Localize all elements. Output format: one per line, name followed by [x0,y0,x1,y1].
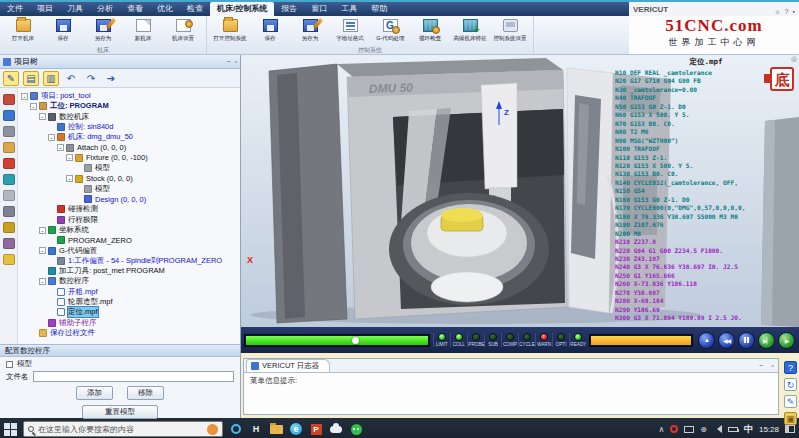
ribbon-button-循环检查[interactable]: 循环检查 [410,17,450,46]
onedrive-icon[interactable] [329,422,343,436]
open-folder-icon[interactable] [3,142,15,153]
ribbon-button-字地址格式[interactable]: 字地址格式 [330,17,370,46]
titlebar-icon-1[interactable]: ? [785,8,789,15]
table-icon[interactable]: ▤ [23,71,39,86]
save-folder-icon[interactable] [3,254,15,265]
tree-node[interactable]: 模型 [21,184,240,194]
menu-tab-查看[interactable]: 查看 [120,2,150,16]
tree-expand-toggle[interactable]: - [48,134,55,141]
tray-expand-icon[interactable]: ∧ [658,425,664,434]
step-button[interactable]: ▶▏ [758,332,775,349]
battery-icon[interactable] [728,427,738,432]
tree-node[interactable]: 行程极限 [21,215,240,225]
titlebar-icon-0[interactable]: ☼ [774,8,780,15]
speed-slider-track[interactable] [244,334,430,347]
monitor-icon[interactable] [3,110,15,121]
speed-slider-handle[interactable] [352,337,359,344]
tree-node[interactable]: -数控机床 [21,112,240,122]
tree-node[interactable]: 控制: sin840d [21,122,240,132]
reset-button[interactable]: ▲ [698,332,715,349]
tree-node[interactable]: 辅助子程序 [21,318,240,328]
tree-node[interactable]: 开粗.mpf [21,287,240,297]
measure-icon[interactable] [3,174,15,185]
ribbon-button-G-代码处理[interactable]: G-代码处理 [370,17,410,46]
menu-tab-机床/控制系统[interactable]: 机床/控制系统 [210,2,274,16]
menu-tab-报告[interactable]: 报告 [274,2,304,16]
menu-tab-窗口[interactable]: 窗口 [304,2,334,16]
camera-icon[interactable] [3,126,15,137]
titlebar-icon-2[interactable]: ▪ [793,8,795,15]
alert-folder-icon[interactable] [3,158,15,169]
tree-node[interactable]: 模型 [21,163,240,173]
ribbon-button-打开控制系统[interactable]: 打开控制系统 [210,17,250,46]
export-icon[interactable]: ➔ [103,71,119,86]
file-explorer-icon[interactable] [269,422,283,436]
edit-icon[interactable]: ✎ [3,71,19,86]
tree-node[interactable]: 加工刀具: post_met PROGRAM [21,266,240,276]
tree-node[interactable]: Design (0, 0, 0) [21,194,240,204]
view-target-icon[interactable]: ◎ [791,55,797,63]
menu-tab-项目[interactable]: 项目 [30,2,60,16]
ribbon-button-另存为[interactable]: 另存为 [290,17,330,46]
ribbon-button-机床设置[interactable]: 机床设置 [163,17,203,46]
tree-node[interactable]: -G-代码偏置 [21,245,240,255]
tree-node[interactable]: 轮廓造型.mpf [21,297,240,307]
menu-tab-优化[interactable]: 优化 [150,2,180,16]
tree-node[interactable]: 保存过程文件 [21,328,240,338]
filename-input[interactable] [33,371,235,382]
edit-file-icon[interactable]: ▣ [784,412,797,425]
menu-tab-帮助[interactable]: 帮助 [364,2,394,16]
tree-node[interactable]: 定位.mpf [21,307,240,317]
tree-node[interactable]: -工位: PROGRAM [21,101,240,111]
model-checkbox[interactable] [6,361,13,368]
tree-expand-toggle[interactable]: - [39,113,46,120]
volume-icon[interactable] [713,425,722,433]
undo-icon[interactable]: ↶ [63,71,79,86]
ime-indicator[interactable]: 中 [744,423,753,436]
network-icon[interactable]: ⊕ [700,425,707,434]
stats-icon[interactable]: ▥ [43,71,59,86]
add-button[interactable]: 添加 [76,386,113,400]
record-tray-icon[interactable] [670,425,678,433]
wechat-icon[interactable] [349,422,363,436]
ribbon-button-打开机床[interactable]: 打开机床 [3,17,43,46]
refresh-icon[interactable]: ↻ [784,378,797,391]
start-button[interactable] [4,423,17,436]
tree-expand-toggle[interactable]: - [39,278,46,285]
ribbon-button-保存[interactable]: 保存 [250,17,290,46]
redo-icon[interactable]: ↷ [83,71,99,86]
remove-button[interactable]: 移除 [127,386,164,400]
tree-expand-toggle[interactable]: - [66,154,73,161]
tree-node[interactable]: -Stock (0, 0, 0) [21,173,240,183]
tree-node[interactable]: -数控程序 [21,276,240,286]
tree-expand-toggle[interactable]: - [39,247,46,254]
tree-expand-toggle[interactable]: - [66,175,73,182]
edge-browser-icon[interactable]: e [289,422,303,436]
menu-tab-检查[interactable]: 检查 [180,2,210,16]
tree-expand-toggle[interactable]: - [30,103,37,110]
tree-node[interactable]: 1:工作偏置 - 54 - Spindle到PROGRAM_ZERO [21,256,240,266]
panel-minimize-button[interactable]: − [226,58,230,65]
tree-expand-toggle[interactable]: - [39,227,46,234]
logger-restore-button[interactable]: ▫ [772,362,774,369]
display-tray-icon[interactable] [684,426,694,433]
pause-button[interactable] [738,332,755,349]
taskbar-search[interactable]: 在这里输入你要搜索的内容 [23,421,223,437]
rewind-button[interactable]: ◀◀ [718,332,735,349]
logger-minimize-button[interactable]: − [759,362,763,369]
ribbon-button-另存为[interactable]: 另存为 [83,17,123,46]
logger-tab[interactable]: VERICUT 日志器 [246,359,330,372]
tree-node[interactable]: -项目: post_tool [21,91,240,101]
report-icon[interactable] [3,222,15,233]
tree-node[interactable]: -Fixture (0, 0, -100) [21,153,240,163]
menu-tab-分析[interactable]: 分析 [90,2,120,16]
tree-node[interactable]: 碰撞检测 [21,204,240,214]
ribbon-button-新机床[interactable]: 新机床 [123,17,163,46]
help-icon[interactable]: ? [784,361,797,374]
menu-tab-文件[interactable]: 文件 [0,2,30,16]
gears-icon[interactable] [3,206,15,217]
panel-restore-button[interactable]: ▫ [235,58,237,65]
ribbon-button-控制系统设置[interactable]: 控制系统设置 [490,17,530,46]
cortana-icon[interactable] [229,422,243,436]
tree-node[interactable]: -机床: dmg_dmu_50 [21,132,240,142]
